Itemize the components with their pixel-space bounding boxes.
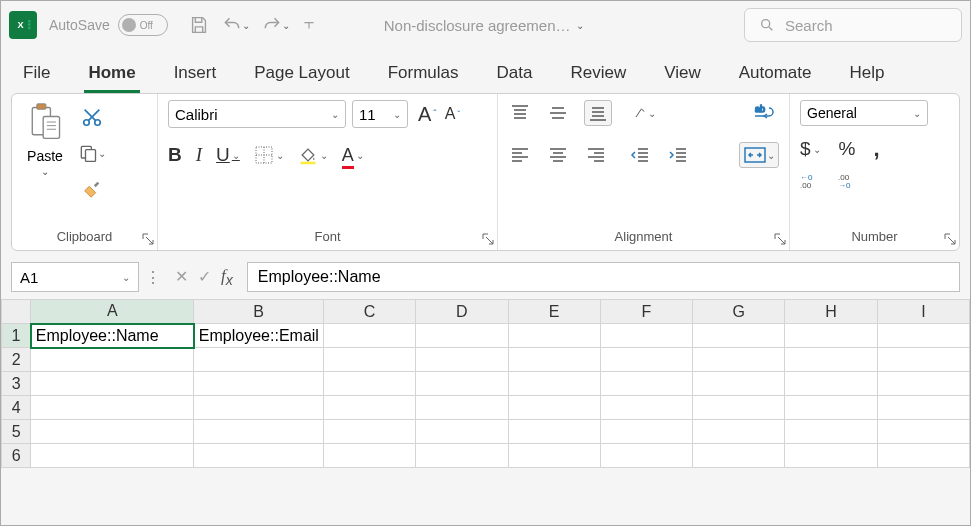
cell[interactable] [785, 396, 877, 420]
cell[interactable] [508, 396, 600, 420]
cell[interactable] [600, 372, 692, 396]
redo-icon[interactable]: ⌄ [262, 15, 290, 35]
tab-help[interactable]: Help [845, 57, 888, 93]
cell[interactable] [194, 444, 324, 468]
align-middle-button[interactable] [546, 103, 570, 123]
cell[interactable] [416, 396, 508, 420]
column-header[interactable]: A [31, 300, 194, 324]
row-header[interactable]: 3 [2, 372, 31, 396]
name-box[interactable]: A1⌄ [11, 262, 139, 292]
cell[interactable] [877, 324, 969, 348]
cell[interactable] [693, 420, 785, 444]
align-bottom-button[interactable] [584, 100, 612, 126]
tab-automate[interactable]: Automate [735, 57, 816, 93]
cell[interactable] [194, 348, 324, 372]
comma-format-button[interactable]: , [873, 136, 879, 162]
italic-button[interactable]: I [196, 144, 202, 166]
row-header[interactable]: 6 [2, 444, 31, 468]
cell[interactable] [508, 444, 600, 468]
decrease-indent-button[interactable] [628, 145, 652, 165]
tab-review[interactable]: Review [566, 57, 630, 93]
cell[interactable] [323, 444, 415, 468]
underline-button[interactable]: U ⌄ [216, 144, 240, 166]
increase-decimal-button[interactable]: ←0.00 [800, 172, 824, 190]
cell[interactable] [693, 324, 785, 348]
align-right-button[interactable] [584, 145, 608, 165]
dialog-launcher-icon[interactable] [943, 232, 957, 246]
search-input[interactable]: Search [744, 8, 962, 42]
tab-formulas[interactable]: Formulas [384, 57, 463, 93]
row-header[interactable]: 2 [2, 348, 31, 372]
cell[interactable] [600, 420, 692, 444]
spreadsheet-grid[interactable]: A B C D E F G H I 1 Employee::Name Emplo… [1, 299, 970, 468]
insert-function-icon[interactable]: fx [221, 266, 233, 288]
undo-icon[interactable]: ⌄ [222, 15, 250, 35]
copy-button[interactable]: ⌄ [78, 140, 106, 166]
cell[interactable] [693, 348, 785, 372]
cell[interactable] [416, 348, 508, 372]
save-icon[interactable] [188, 14, 210, 36]
tab-view[interactable]: View [660, 57, 705, 93]
increase-font-button[interactable]: Aˆ [418, 103, 437, 126]
cancel-formula-icon[interactable]: ✕ [175, 267, 188, 286]
column-header[interactable]: H [785, 300, 877, 324]
paste-button[interactable]: Paste ⌄ [22, 100, 68, 179]
cell[interactable] [194, 372, 324, 396]
cell[interactable] [693, 444, 785, 468]
cell[interactable] [416, 420, 508, 444]
cell[interactable] [785, 420, 877, 444]
bold-button[interactable]: B [168, 144, 182, 166]
cell[interactable] [31, 372, 194, 396]
cell[interactable] [31, 396, 194, 420]
cell[interactable] [877, 420, 969, 444]
cell[interactable] [877, 372, 969, 396]
formula-input[interactable]: Employee::Name [247, 262, 960, 292]
cut-button[interactable] [78, 104, 106, 130]
cell[interactable] [877, 348, 969, 372]
cell[interactable] [31, 420, 194, 444]
tab-file[interactable]: File [19, 57, 54, 93]
tab-insert[interactable]: Insert [170, 57, 221, 93]
dialog-launcher-icon[interactable] [481, 232, 495, 246]
enter-formula-icon[interactable]: ✓ [198, 267, 211, 286]
tab-data[interactable]: Data [493, 57, 537, 93]
cell[interactable] [194, 396, 324, 420]
cell[interactable] [323, 324, 415, 348]
cell[interactable] [508, 348, 600, 372]
column-header[interactable]: G [693, 300, 785, 324]
column-header[interactable]: I [877, 300, 969, 324]
cell[interactable] [31, 348, 194, 372]
column-header[interactable]: E [508, 300, 600, 324]
align-center-button[interactable] [546, 145, 570, 165]
cell[interactable] [508, 324, 600, 348]
cell[interactable] [194, 420, 324, 444]
cell[interactable] [508, 372, 600, 396]
format-painter-button[interactable] [78, 176, 106, 202]
cell[interactable] [323, 372, 415, 396]
row-header[interactable]: 4 [2, 396, 31, 420]
font-name-select[interactable]: Calibri⌄ [168, 100, 346, 128]
cell[interactable] [600, 348, 692, 372]
cell[interactable] [600, 444, 692, 468]
document-title[interactable]: Non-disclosure agreemen… ⌄ [384, 17, 585, 34]
increase-indent-button[interactable] [666, 145, 690, 165]
cell-a1[interactable]: Employee::Name [31, 324, 194, 348]
align-top-button[interactable] [508, 103, 532, 123]
borders-button[interactable]: ⌄ [254, 145, 284, 165]
dialog-launcher-icon[interactable] [773, 232, 787, 246]
cell[interactable] [693, 396, 785, 420]
merge-center-button[interactable]: ⌄ [739, 142, 779, 168]
cell[interactable] [416, 444, 508, 468]
column-header[interactable]: C [323, 300, 415, 324]
dialog-launcher-icon[interactable] [141, 232, 155, 246]
orientation-button[interactable]: ⌄ [632, 103, 656, 123]
accounting-format-button[interactable]: $ ⌄ [800, 138, 821, 160]
wrap-text-button[interactable]: ab [753, 103, 779, 123]
cell[interactable] [785, 444, 877, 468]
fill-color-button[interactable]: ⌄ [298, 145, 328, 165]
row-header[interactable]: 1 [2, 324, 31, 348]
cell[interactable] [323, 348, 415, 372]
cell[interactable] [416, 324, 508, 348]
decrease-font-button[interactable]: Aˇ [445, 103, 461, 126]
row-header[interactable]: 5 [2, 420, 31, 444]
